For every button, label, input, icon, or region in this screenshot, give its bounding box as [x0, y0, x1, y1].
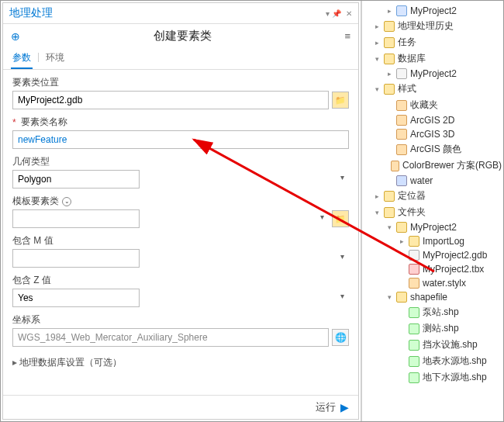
run-icon[interactable]: ▶ [340, 401, 349, 413]
browse-template-button[interactable]: 📁 [332, 210, 349, 227]
tree-toggle[interactable]: ▾ [373, 55, 381, 63]
tab-env[interactable]: 环境 [44, 48, 66, 69]
tree-label: 任务 [398, 36, 416, 49]
shp-icon [409, 356, 419, 367]
tree-label: MyProject2 [410, 5, 457, 16]
water-icon [396, 175, 407, 186]
shp-icon [409, 323, 419, 334]
tree-label: MyProject2 [410, 222, 457, 233]
tree-item[interactable]: ▾shapefile [364, 290, 502, 304]
tree-item[interactable]: ▸MyProject2 [364, 4, 502, 18]
tree-item[interactable]: ▾数据库 [364, 50, 502, 67]
tbx-icon [409, 264, 419, 275]
tree-item[interactable]: 地下水源地.shp [364, 369, 502, 386]
panel-title: 地理处理 [9, 6, 53, 20]
tree-item[interactable]: 地表水源地.shp [364, 353, 502, 369]
browse-location-button[interactable]: 📁 [332, 92, 349, 109]
tree-item[interactable]: ArcGIS 3D [364, 127, 502, 141]
close-icon[interactable]: ✕ [346, 9, 352, 18]
tree-toggle[interactable]: ▾ [373, 209, 381, 216]
folder-icon [409, 236, 419, 247]
geom-label: 几何类型 [12, 155, 349, 168]
tree-label: water [410, 175, 433, 186]
tree-label: ArcGIS 2D [410, 115, 454, 126]
tree-label: ArcGIS 颜色 [410, 143, 461, 156]
tree-label: ArcGIS 3D [410, 129, 454, 140]
catalog-tree: ▸MyProject2▸地理处理历史▸任务▾数据库▸MyProject2▾样式收… [361, 1, 503, 421]
tree-toggle[interactable]: ▸ [373, 192, 381, 200]
name-input[interactable] [12, 130, 349, 149]
z-select[interactable] [12, 289, 140, 307]
tree-item[interactable]: ▸定位器 [364, 188, 502, 204]
z-label: 包含 Z 值 [12, 274, 349, 287]
tree-item[interactable]: 收藏夹 [364, 97, 502, 113]
tree-item[interactable]: ▸MyProject2 [364, 67, 502, 81]
sr-input[interactable] [12, 328, 329, 347]
tree-item[interactable]: ColorBrewer 方案(RGB) [364, 157, 502, 174]
folder-icon [384, 207, 395, 218]
sr-label: 坐标系 [12, 313, 349, 327]
tree-item[interactable]: ▸ImportLog [364, 234, 502, 248]
tree-label: 样式 [398, 82, 416, 95]
style-icon [409, 278, 419, 289]
m-label: 包含 M 值 [12, 234, 349, 247]
tree-toggle[interactable]: ▾ [373, 85, 381, 93]
tree-item[interactable]: ArcGIS 2D [364, 113, 502, 127]
chevron-down-icon[interactable]: ⌄ [62, 197, 71, 206]
tree-item[interactable]: MyProject2.tbx [364, 262, 502, 276]
style-icon [396, 144, 407, 155]
back-button[interactable]: ⊕ [11, 30, 20, 43]
tree-item[interactable]: ▾文件夹 [364, 204, 502, 220]
gdb-settings-section[interactable]: 地理数据库设置（可选） [12, 353, 349, 372]
tree-item[interactable]: 测站.shp [364, 320, 502, 337]
style-icon [396, 129, 407, 140]
tree-toggle[interactable]: ▾ [385, 293, 393, 301]
tree-label: 地理处理历史 [398, 19, 454, 33]
folder-icon [384, 84, 395, 95]
tree-item[interactable]: ▾MyProject2 [364, 220, 502, 234]
geoprocessing-panel: 地理处理 ▾ 📌 ✕ ⊕ 创建要素类 ≡ 参数 | 环境 要素类位置 📁 [2, 2, 359, 420]
tree-toggle[interactable]: ▸ [398, 237, 406, 245]
tool-title: 创建要素类 [20, 29, 344, 43]
tree-label: 泵站.shp [423, 306, 459, 319]
pin-icon[interactable]: ▾ 📌 [326, 9, 341, 18]
folder-icon [384, 191, 395, 202]
location-label: 要素类位置 [12, 76, 349, 89]
tree-toggle[interactable]: ▾ [385, 223, 393, 231]
tree-item[interactable]: MyProject2.gdb [364, 248, 502, 262]
geom-select[interactable] [12, 170, 140, 189]
m-select[interactable] [12, 249, 140, 268]
location-input[interactable] [12, 91, 329, 109]
folder-open-icon [396, 222, 407, 233]
tree-item[interactable]: ▸地理处理历史 [364, 18, 502, 34]
tree-item[interactable]: 泵站.shp [364, 304, 502, 320]
shp-icon [409, 340, 419, 351]
tree-label: water.stylx [423, 278, 466, 289]
template-select[interactable] [12, 209, 140, 228]
tree-label: 地下水源地.shp [423, 371, 487, 384]
tree-label: 挡水设施.shp [423, 338, 478, 351]
globe-icon[interactable]: 🌐 [332, 329, 349, 346]
tree-toggle[interactable]: ▸ [373, 39, 381, 47]
tree-item[interactable]: water.stylx [364, 276, 502, 290]
tree-item[interactable]: ▸任务 [364, 34, 502, 50]
tree-item[interactable]: 挡水设施.shp [364, 337, 502, 353]
tree-item[interactable]: ▾样式 [364, 81, 502, 97]
db-icon [396, 68, 407, 79]
tree-item[interactable]: ArcGIS 颜色 [364, 141, 502, 157]
tree-toggle[interactable]: ▸ [385, 7, 393, 15]
run-button-label[interactable]: 运行 [316, 400, 336, 414]
name-label: 要素类名称 [21, 116, 67, 129]
shp-icon [409, 372, 419, 383]
style-icon [391, 161, 399, 171]
tree-label: MyProject2.gdb [423, 250, 487, 261]
folder-icon [384, 21, 395, 32]
tree-label: MyProject2.tbx [423, 264, 484, 275]
folder-open-icon [396, 292, 407, 303]
tree-toggle[interactable]: ▸ [373, 22, 381, 30]
db-icon [409, 250, 419, 261]
tree-item[interactable]: water [364, 174, 502, 188]
menu-icon[interactable]: ≡ [344, 30, 350, 42]
tree-toggle[interactable]: ▸ [385, 70, 393, 78]
tab-params[interactable]: 参数 [11, 48, 33, 69]
